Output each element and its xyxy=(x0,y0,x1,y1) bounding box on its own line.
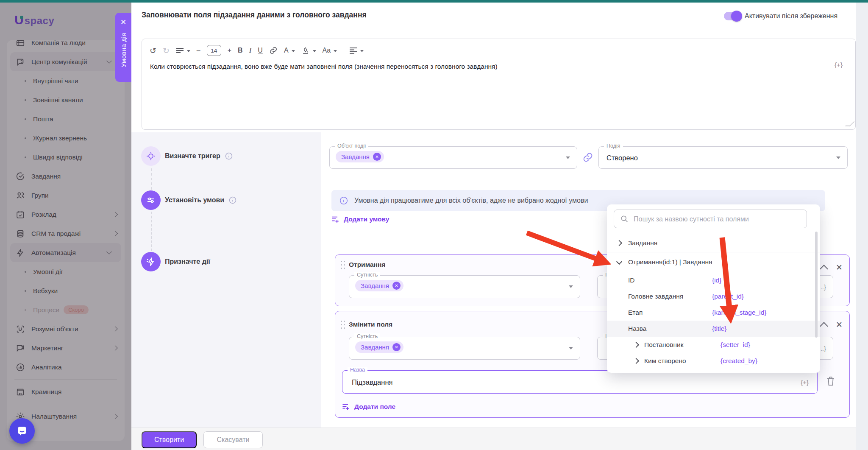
entity-field[interactable]: Сутність Завдання ✕ xyxy=(349,337,580,360)
redo-button[interactable]: ↻ xyxy=(163,47,170,55)
collapse-card-icon[interactable] xyxy=(820,322,828,330)
field-row-parent[interactable]: Головне завдання {parent_id} xyxy=(607,288,820,305)
chevron-down-icon[interactable] xyxy=(616,259,622,265)
chip-remove-icon[interactable]: ✕ xyxy=(392,282,401,290)
dropdown-caret-icon[interactable] xyxy=(836,157,840,159)
name-value[interactable]: Підзавдання xyxy=(352,378,392,386)
field-row-id[interactable]: ID {id} xyxy=(607,272,820,288)
right-gutter xyxy=(856,3,868,450)
card-title: Отримання xyxy=(349,261,385,268)
step-connector xyxy=(151,212,152,251)
footer-bar: Створити Скасувати xyxy=(131,428,856,450)
entity-chip[interactable]: Завдання ✕ xyxy=(355,341,403,353)
collapse-card-icon[interactable] xyxy=(820,265,828,273)
link-button[interactable] xyxy=(269,46,278,55)
toggle-knob xyxy=(731,11,742,22)
chevron-right-icon[interactable] xyxy=(616,240,622,246)
dropdown-divider xyxy=(607,252,820,252)
card-title: Змінити поля xyxy=(349,321,392,328)
description-editor[interactable]: ↺ ↻ – 14 + B I U A Aa xyxy=(142,39,856,130)
dropdown-caret-icon[interactable] xyxy=(569,285,573,288)
underline-button[interactable]: U xyxy=(258,47,263,54)
chevron-down-icon xyxy=(187,50,190,52)
italic-button[interactable]: I xyxy=(249,46,252,55)
chevron-down-icon xyxy=(292,50,295,52)
entity-chip[interactable]: Завдання ✕ xyxy=(355,280,403,291)
close-card-icon[interactable]: ✕ xyxy=(836,320,843,330)
dropdown-scrollbar[interactable] xyxy=(815,232,818,338)
trash-icon[interactable] xyxy=(826,376,836,389)
page-title: Заповнювати поля підзадання даними з гол… xyxy=(142,11,367,20)
close-card-icon[interactable]: ✕ xyxy=(836,263,843,272)
group-row-retrieval[interactable]: Отримання(id:1) | Завдання xyxy=(607,253,820,271)
actions-step-icon xyxy=(141,252,161,271)
editor-content[interactable]: Коли стоврюється підзадання, воно вже бу… xyxy=(150,63,498,70)
entity-field[interactable]: Сутність Завдання ✕ xyxy=(349,275,580,298)
search-icon xyxy=(620,215,629,225)
info-icon[interactable] xyxy=(225,152,233,160)
text-case-button[interactable]: Aa xyxy=(323,47,337,54)
screen: U spacy Компанія та люди Центр комунікац… xyxy=(0,0,868,450)
chevron-down-icon xyxy=(334,50,337,52)
add-field-icon xyxy=(342,403,350,411)
create-button[interactable]: Створити xyxy=(142,431,197,448)
activate-toggle[interactable] xyxy=(724,12,741,20)
field-row-stage[interactable]: Етап {kanban_stage_id} xyxy=(607,305,820,321)
add-condition-button[interactable]: Додати умову xyxy=(331,215,389,223)
step-conditions: Установіть умови xyxy=(141,190,237,210)
info-icon[interactable] xyxy=(228,196,237,204)
support-chat-button[interactable] xyxy=(9,418,35,444)
undo-button[interactable]: ↺ xyxy=(150,47,156,55)
linked-fields-icon xyxy=(582,152,593,163)
activate-toggle-label: Активувати після збереження xyxy=(745,12,837,20)
step-connector xyxy=(151,168,152,190)
decrease-font-button[interactable]: – xyxy=(197,47,200,54)
event-value: Створено xyxy=(606,154,638,162)
event-object-field[interactable]: Об'єкт події Завдання ✕ xyxy=(329,146,577,169)
field-row-created-by[interactable]: Ким створено {created_by} xyxy=(607,353,820,369)
font-size-value[interactable]: 14 xyxy=(207,45,221,56)
object-chip[interactable]: Завдання ✕ xyxy=(336,151,384,162)
chip-remove-icon[interactable]: ✕ xyxy=(392,343,401,351)
chevron-right-icon[interactable] xyxy=(633,358,639,364)
drawer-tab-conditional-action[interactable]: ✕ Умовна дія xyxy=(115,13,131,82)
trigger-step-icon xyxy=(141,146,161,166)
dropdown-caret-icon[interactable] xyxy=(569,347,573,349)
search-input[interactable] xyxy=(633,210,804,229)
chevron-down-icon xyxy=(360,50,364,52)
editor-toolbar: ↺ ↻ – 14 + B I U A Aa xyxy=(150,42,364,59)
paragraph-style-button[interactable] xyxy=(176,47,190,54)
resize-handle[interactable] xyxy=(845,121,854,126)
insert-variable-button[interactable]: {+} xyxy=(801,378,809,386)
highlight-color-button[interactable] xyxy=(301,46,316,55)
field-search[interactable] xyxy=(614,210,807,228)
dropdown-caret-icon[interactable] xyxy=(566,157,570,159)
bold-button[interactable]: B xyxy=(238,47,243,54)
chip-remove-icon[interactable]: ✕ xyxy=(373,153,381,161)
increase-font-button[interactable]: + xyxy=(228,47,231,54)
event-field[interactable]: Подія Створено xyxy=(598,146,848,169)
name-input-field[interactable]: Назва Підзавдання {+} xyxy=(342,370,818,394)
modal-dim-overlay xyxy=(0,3,131,450)
insert-variable-button[interactable]: {+} xyxy=(835,61,843,68)
align-icon xyxy=(349,47,357,54)
browser-accent-bar xyxy=(0,0,868,3)
drag-handle[interactable] xyxy=(341,261,345,270)
add-filter-icon xyxy=(331,215,339,223)
paragraph-icon xyxy=(176,47,184,54)
drawer-tab-label: Умовна дія xyxy=(120,33,127,67)
chevron-down-icon xyxy=(313,50,316,52)
chevron-right-icon[interactable] xyxy=(633,342,639,348)
highlight-icon xyxy=(301,46,310,55)
text-color-button[interactable]: A xyxy=(284,47,295,54)
drag-handle[interactable] xyxy=(341,321,345,330)
field-picker-dropdown: Завдання Отримання(id:1) | Завдання ID {… xyxy=(607,204,820,373)
field-row-title[interactable]: Назва {title} xyxy=(607,321,820,337)
close-icon[interactable]: ✕ xyxy=(120,18,126,27)
conditions-step-icon xyxy=(141,190,161,210)
group-row-tasks[interactable]: Завдання xyxy=(607,234,820,252)
align-button[interactable] xyxy=(349,47,364,54)
cancel-button[interactable]: Скасувати xyxy=(203,431,263,448)
field-row-setter[interactable]: Постановник {setter_id} xyxy=(607,337,820,353)
add-field-button[interactable]: Додати поле xyxy=(342,403,395,411)
